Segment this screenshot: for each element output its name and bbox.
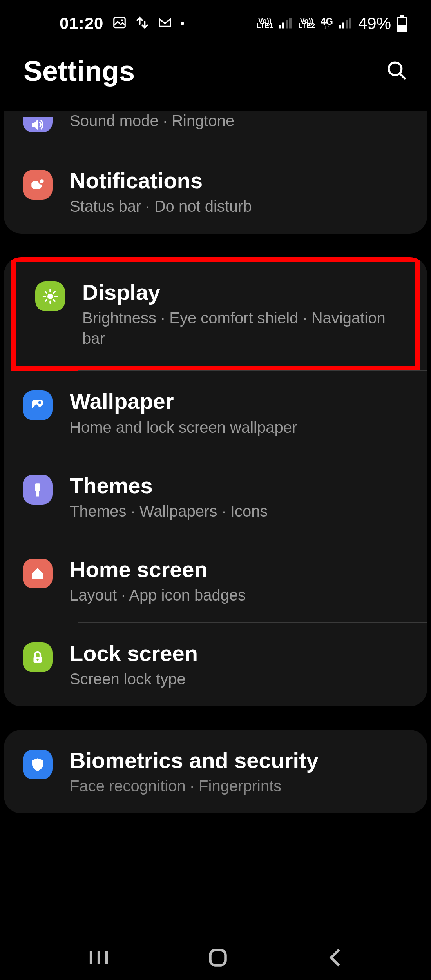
setting-sub-wallpaper: Home and lock screen wallpaper — [70, 417, 411, 437]
svg-rect-6 — [339, 25, 341, 28]
status-bar: 01:20 • Vo)) LTE1 — [0, 8, 431, 39]
status-icons-left: • — [112, 15, 185, 32]
setting-sub-home-screen: Layout · App icon badges — [70, 585, 411, 605]
network-4g-indicator: 4G ↓↑ — [321, 18, 333, 29]
setting-title-lock-screen: Lock screen — [70, 640, 411, 666]
search-button[interactable] — [386, 59, 407, 83]
navigation-bar — [0, 937, 431, 980]
settings-group-1: Sound mode · Ringtone Notifications Stat… — [4, 111, 427, 234]
setting-sub-biometrics: Face recognition · Fingerprints — [70, 776, 411, 796]
page-header: Settings — [0, 39, 431, 111]
page-title: Settings — [24, 55, 135, 87]
transfer-icon — [135, 15, 150, 32]
nav-recent-button[interactable] — [89, 950, 109, 967]
settings-group-2: Display Brightness · Eye comfort shield … — [4, 257, 427, 706]
setting-item-biometrics[interactable]: Biometrics and security Face recognition… — [4, 730, 427, 813]
setting-item-lock-screen[interactable]: Lock screen Screen lock type — [4, 623, 427, 706]
setting-title-notifications: Notifications — [70, 167, 411, 194]
shield-icon — [23, 750, 53, 779]
setting-item-notifications[interactable]: Notifications Status bar · Do not distur… — [4, 150, 427, 234]
battery-percent: 49% — [358, 14, 391, 33]
nav-back-button[interactable] — [327, 947, 342, 969]
setting-item-themes[interactable]: Themes Themes · Wallpapers · Icons — [4, 455, 427, 539]
settings-screen: 01:20 • Vo)) LTE1 — [0, 0, 431, 980]
svg-rect-3 — [282, 22, 284, 28]
svg-point-13 — [47, 294, 53, 299]
status-left: 01:20 • — [60, 14, 185, 33]
svg-rect-16 — [35, 483, 40, 491]
setting-item-display[interactable]: Display Brightness · Eye comfort shield … — [16, 262, 415, 366]
highlight-display: Display Brightness · Eye comfort shield … — [11, 257, 420, 371]
setting-item-home-screen[interactable]: Home screen Layout · App icon badges — [4, 539, 427, 622]
svg-rect-9 — [349, 18, 351, 28]
signal-bars-1-icon — [279, 15, 293, 32]
sound-icon — [23, 117, 53, 132]
setting-title-display: Display — [82, 279, 399, 305]
themes-icon — [23, 475, 53, 505]
lock-icon — [23, 642, 53, 672]
sim1-indicator: Vo)) LTE1 — [257, 18, 273, 29]
display-icon — [35, 281, 65, 311]
svg-rect-2 — [279, 25, 281, 28]
gmail-icon — [158, 15, 172, 32]
setting-sub-notifications: Status bar · Do not disturb — [70, 196, 411, 216]
status-right: Vo)) LTE1 Vo)) LTE2 4G ↓↑ 49% — [257, 14, 407, 33]
svg-point-12 — [39, 178, 45, 184]
svg-rect-20 — [210, 950, 225, 965]
svg-rect-17 — [36, 491, 39, 496]
nav-home-button[interactable] — [208, 947, 228, 969]
home-icon — [23, 559, 53, 588]
svg-rect-4 — [286, 20, 288, 28]
setting-title-wallpaper: Wallpaper — [70, 388, 411, 414]
setting-item-wallpaper[interactable]: Wallpaper Home and lock screen wallpaper — [4, 371, 427, 454]
setting-item-sound[interactable]: Sound mode · Ringtone — [4, 111, 427, 150]
svg-point-15 — [38, 401, 41, 404]
setting-title-biometrics: Biometrics and security — [70, 747, 411, 773]
battery-icon — [397, 15, 407, 32]
svg-point-1 — [121, 19, 123, 21]
status-time: 01:20 — [60, 14, 103, 33]
more-dot-icon: • — [180, 17, 185, 30]
wallpaper-icon — [23, 390, 53, 420]
settings-group-3: Biometrics and security Face recognition… — [4, 730, 427, 813]
notifications-icon — [23, 170, 53, 200]
setting-sub-sound: Sound mode · Ringtone — [70, 111, 411, 131]
sim2-indicator: Vo)) LTE2 — [298, 18, 315, 29]
setting-sub-themes: Themes · Wallpapers · Icons — [70, 501, 411, 521]
setting-sub-display: Brightness · Eye comfort shield · Naviga… — [82, 308, 399, 348]
svg-rect-7 — [342, 22, 344, 28]
setting-title-themes: Themes — [70, 472, 411, 499]
image-icon — [112, 15, 127, 32]
signal-bars-2-icon — [339, 15, 353, 32]
setting-title-home-screen: Home screen — [70, 556, 411, 583]
setting-sub-lock-screen: Screen lock type — [70, 669, 411, 689]
svg-point-19 — [36, 659, 38, 661]
svg-rect-8 — [346, 20, 348, 28]
svg-rect-5 — [289, 18, 292, 28]
